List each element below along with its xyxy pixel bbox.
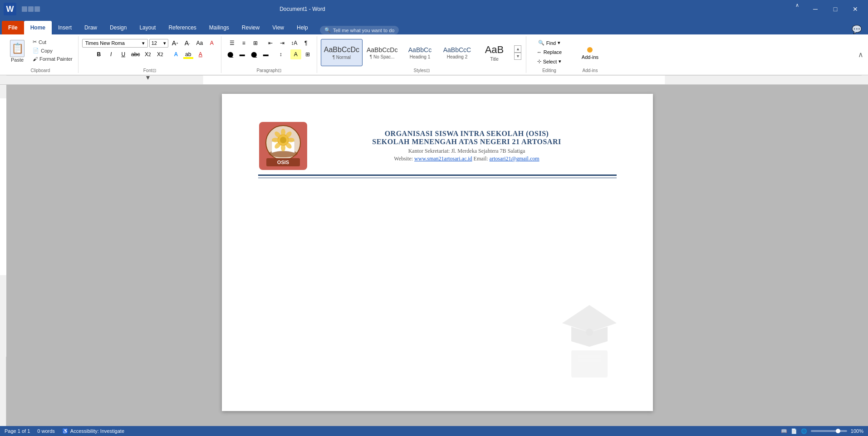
styles-dialog-launcher[interactable]: ⊡ <box>426 68 430 73</box>
address: Kantor Sekretariat: Jl. Merdeka Sejahter… <box>317 148 617 155</box>
style-title[interactable]: AaB Title <box>476 39 512 66</box>
numbering-button[interactable]: ≡ <box>238 38 249 48</box>
text-effects-button[interactable]: A <box>171 49 181 59</box>
ribbon-collapse-btn[interactable]: ∧ <box>858 36 865 73</box>
chat-icon[interactable]: 💬 <box>847 24 866 34</box>
quick-undo[interactable] <box>28 6 34 12</box>
minimize-button[interactable]: ─ <box>806 2 824 16</box>
font-family-selector[interactable]: Times New Roma ▾ <box>82 39 148 48</box>
tab-insert[interactable]: Insert <box>52 21 78 34</box>
sort-button[interactable]: ↕A <box>289 38 299 48</box>
cut-icon: ✂ <box>33 39 37 45</box>
editing-group-label: Editing <box>542 67 556 73</box>
show-marks-button[interactable]: ¶ <box>300 38 311 48</box>
style-heading2-label: Heading 2 <box>447 54 468 59</box>
shading-button[interactable]: A <box>290 49 301 59</box>
tab-file[interactable]: File <box>2 21 24 34</box>
font-dialog-launcher[interactable]: ⊡ <box>152 68 156 73</box>
view-web-icon[interactable]: 🌐 <box>801 428 807 434</box>
tab-help[interactable]: Help <box>290 21 314 34</box>
font-color-button[interactable]: A <box>195 49 206 59</box>
website-link[interactable]: www.sman21artosari.ac.id <box>414 155 472 162</box>
editing-group: 🔍 Find ▾ ↔ Replace ⊹ Select ▾ Editing <box>526 36 572 73</box>
email-link[interactable]: artosari21@gmail.com <box>490 155 539 162</box>
font-family-value: Times New Roma <box>85 40 125 46</box>
tab-draw[interactable]: Draw <box>78 21 103 34</box>
tell-me-search[interactable]: 🔍 Tell me what you want to do <box>320 26 399 34</box>
tab-references[interactable]: References <box>162 21 202 34</box>
view-print-icon[interactable]: 📄 <box>791 428 797 434</box>
underline-button[interactable]: U <box>118 49 129 59</box>
add-ins-button[interactable]: Add-ins <box>576 45 604 62</box>
cut-label: Cut <box>39 39 46 45</box>
ribbon-collapse[interactable]: ∧ <box>795 2 799 16</box>
styles-scroll-up[interactable]: ▲ <box>514 45 521 53</box>
replace-label: Replace <box>544 49 562 55</box>
close-button[interactable]: ✕ <box>846 2 864 16</box>
font-group-label: Font ⊡ <box>143 67 156 73</box>
styles-scroll[interactable]: ▲ ▼ <box>513 45 522 60</box>
replace-button[interactable]: ↔ Replace <box>534 48 564 56</box>
bold-button[interactable]: B <box>93 49 104 59</box>
styles-scroll-down[interactable]: ▼ <box>514 53 521 60</box>
decrease-indent-button[interactable]: ⇤ <box>265 38 276 48</box>
highlight-button[interactable]: ab <box>183 49 194 59</box>
align-center-button[interactable]: ▬ <box>237 49 248 59</box>
font-shrink-button[interactable]: A- <box>182 38 193 48</box>
superscript-button[interactable]: X2 <box>155 49 166 59</box>
quick-redo[interactable] <box>34 6 40 12</box>
align-left-button[interactable]: ⬤̲ <box>225 49 236 59</box>
tab-view[interactable]: View <box>266 21 290 34</box>
select-label: Select <box>543 59 557 64</box>
font-format-row: B I U abc X2 X2 A ab A <box>93 49 206 59</box>
align-right-button[interactable]: ⬤̲ <box>249 49 260 59</box>
tab-layout[interactable]: Layout <box>133 21 162 34</box>
zoom-slider[interactable] <box>811 430 847 432</box>
justify-button[interactable]: ▬ <box>260 49 271 59</box>
strikethrough-button[interactable]: abc <box>130 49 141 59</box>
paste-icon: 📋 <box>10 40 25 57</box>
style-normal[interactable]: AaBbCcDc ¶ Normal <box>321 39 363 66</box>
file-title: Document1 - Word <box>280 6 325 12</box>
paragraph-group: ☰ ≡ ⊞ ⇤ ⇥ ↕A ¶ ⬤̲ ▬ ⬤̲ ▬ ↕ A ⊞ Paragrap <box>221 36 317 73</box>
tab-review[interactable]: Review <box>235 21 266 34</box>
subscript-button[interactable]: X2 <box>142 49 153 59</box>
status-right: 📖 📄 🌐 100% <box>781 428 863 434</box>
tab-home[interactable]: Home <box>24 21 52 34</box>
svg-rect-25 <box>578 355 601 358</box>
font-grow-button[interactable]: A+ <box>170 38 181 48</box>
increase-indent-button[interactable]: ⇥ <box>277 38 288 48</box>
italic-button[interactable]: I <box>106 49 117 59</box>
find-button[interactable]: 🔍 Find ▾ <box>535 39 563 47</box>
bullets-button[interactable]: ☰ <box>226 38 237 48</box>
format-painter-icon: 🖌 <box>33 56 38 62</box>
select-button[interactable]: ⊹ Select ▾ <box>535 58 564 65</box>
accessibility-status[interactable]: ♿ Accessibility: Investigate <box>62 428 124 434</box>
multilevel-list-button[interactable]: ⊞ <box>250 38 261 48</box>
website: Website: www.sman21artosari.ac.id Email:… <box>317 155 617 162</box>
quick-save[interactable] <box>22 6 27 12</box>
clear-format-button[interactable]: A <box>206 38 217 48</box>
copy-button[interactable]: 📄 Copy <box>31 47 74 54</box>
paste-button[interactable]: 📋 Paste <box>6 38 28 64</box>
style-heading2[interactable]: AaBbCcC Heading 2 <box>439 39 475 66</box>
font-family-arrow: ▾ <box>142 40 145 46</box>
document-scroll-area[interactable]: OSIS ORGANISASI SISWA INTRA SEKOLAH (OSI… <box>6 85 868 436</box>
view-read-icon[interactable]: 📖 <box>781 428 787 434</box>
tab-mailings[interactable]: Mailings <box>203 21 235 34</box>
horizontal-ruler-container <box>0 75 868 85</box>
cut-button[interactable]: ✂ Cut <box>31 38 74 46</box>
tab-design[interactable]: Design <box>103 21 133 34</box>
font-size-selector[interactable]: 12 ▾ <box>149 39 168 48</box>
paragraph-dialog-launcher[interactable]: ⊡ <box>278 68 281 73</box>
change-case-button[interactable]: Aa <box>194 38 205 48</box>
style-nospace[interactable]: AaBbCcDc ¶ No Spac... <box>363 39 401 66</box>
svg-rect-5 <box>0 98 6 275</box>
line-spacing-button[interactable]: ↕ <box>275 49 286 59</box>
svg-point-11 <box>281 144 285 151</box>
style-heading1[interactable]: AaBbCc Heading 1 <box>402 39 438 66</box>
format-painter-button[interactable]: 🖌 Format Painter <box>31 55 74 63</box>
maximize-button[interactable]: □ <box>826 2 844 16</box>
zoom-thumb <box>836 429 840 433</box>
border-button[interactable]: ⊞ <box>302 49 313 59</box>
